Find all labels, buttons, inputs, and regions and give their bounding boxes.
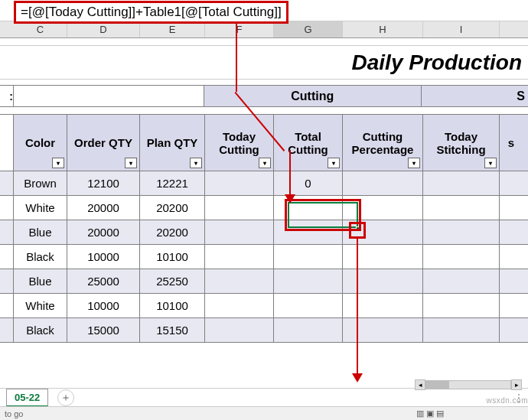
scroll-thumb[interactable] [426, 381, 449, 389]
cell-today-stitching[interactable] [423, 171, 500, 195]
cell-color[interactable]: Brown [14, 171, 67, 195]
cell-order-qty[interactable]: 20000 [67, 196, 140, 220]
cell-order-qty[interactable]: 10000 [67, 294, 140, 317]
header-plan-qty-label: Plan QTY [147, 136, 198, 149]
filter-button[interactable]: ▾ [52, 158, 64, 168]
cell-order-qty[interactable]: 25000 [67, 269, 140, 293]
cell-order-qty[interactable]: 12100 [67, 171, 140, 195]
row-gutter [0, 220, 14, 244]
header-plan-qty: Plan QTY ▾ [140, 115, 205, 171]
spacer-row [0, 107, 528, 115]
col-header-f[interactable]: F [205, 21, 274, 37]
cell-partial[interactable] [500, 220, 523, 244]
filter-button[interactable]: ▾ [484, 158, 497, 168]
cell-total-cutting[interactable] [274, 245, 343, 269]
col-header-g[interactable]: G [274, 21, 343, 37]
cell-color[interactable]: Black [14, 318, 67, 342]
header-cutting-percentage: Cutting Percentage ▾ [343, 115, 423, 171]
cell-plan-qty[interactable]: 20200 [140, 196, 205, 220]
scroll-track[interactable] [425, 380, 511, 389]
cell-today-stitching[interactable] [423, 220, 500, 244]
cell-color[interactable]: Black [14, 245, 67, 269]
col-header-i[interactable]: I [423, 21, 500, 37]
cell-today-cutting[interactable] [205, 220, 274, 244]
cell-today-cutting[interactable] [205, 294, 274, 317]
cell-total-cutting[interactable] [274, 196, 343, 220]
cell-plan-qty[interactable]: 10100 [140, 294, 205, 317]
header-order-qty-label: Order QTY [74, 136, 132, 149]
add-sheet-button[interactable]: ＋ [57, 389, 74, 406]
cell-total-cutting[interactable]: 0 [274, 171, 343, 195]
cell-partial[interactable] [500, 245, 523, 269]
sheet-tab-bar: 05-22 ＋ ⋮ ◂ ▸ [0, 388, 528, 406]
cell-cutting-percentage[interactable] [343, 220, 423, 244]
cell-today-cutting[interactable] [205, 196, 274, 220]
table-row: Blue2500025250 [0, 269, 528, 294]
cell-plan-qty[interactable]: 12221 [140, 171, 205, 195]
cell-order-qty[interactable]: 20000 [67, 220, 140, 244]
cell-total-cutting[interactable] [274, 294, 343, 317]
cell-today-stitching[interactable] [423, 269, 500, 293]
horizontal-scrollbar[interactable]: ◂ ▸ [415, 379, 522, 391]
cell-color[interactable]: Blue [14, 269, 67, 293]
filter-button[interactable]: ▾ [259, 158, 271, 168]
report-title: Daily Production [0, 46, 528, 80]
cell-cutting-percentage[interactable] [343, 245, 423, 269]
cell-color[interactable]: Blue [14, 220, 67, 244]
cell-partial[interactable] [500, 269, 523, 293]
cell-today-stitching[interactable] [423, 294, 500, 317]
filter-button[interactable]: ▾ [190, 158, 202, 168]
formula-bar[interactable]: =[@[Today Cutting]]+Table1[@[Total Cutti… [0, 0, 528, 21]
cell-total-cutting[interactable] [274, 318, 343, 342]
cell-plan-qty[interactable]: 10100 [140, 245, 205, 269]
cell-cutting-percentage[interactable] [343, 294, 423, 317]
cell-color[interactable]: White [14, 294, 67, 317]
cell-today-cutting[interactable] [205, 171, 274, 195]
cell-total-cutting[interactable] [274, 220, 343, 244]
cell-today-stitching[interactable] [423, 245, 500, 269]
header-total-cutting: Total Cutting ▾ [274, 115, 343, 171]
cell-partial[interactable] [500, 196, 523, 220]
cell-color[interactable]: White [14, 196, 67, 220]
cell-today-stitching[interactable] [423, 318, 500, 342]
cell-total-cutting[interactable] [274, 269, 343, 293]
col-header-d[interactable]: D [67, 21, 140, 37]
col-header-e[interactable]: E [140, 21, 205, 37]
cell-plan-qty[interactable]: 20200 [140, 220, 205, 244]
filter-button[interactable]: ▾ [408, 158, 420, 168]
cell-partial[interactable] [500, 294, 523, 317]
cell-today-cutting[interactable] [205, 318, 274, 342]
sheet-tab-active[interactable]: 05-22 [6, 389, 48, 407]
filter-button[interactable]: ▾ [328, 158, 340, 168]
col-header-c[interactable]: C [14, 21, 67, 37]
cell-order-qty[interactable]: 15000 [67, 318, 140, 342]
cell-cutting-percentage[interactable] [343, 318, 423, 342]
header-color-label: Color [25, 136, 55, 149]
col-header-h[interactable]: H [343, 21, 423, 37]
table-row: White2000020200 [0, 196, 528, 220]
watermark: wsxdn.com [486, 396, 528, 405]
group-stitching: S [422, 86, 528, 106]
cell-cutting-percentage[interactable] [343, 269, 423, 293]
header-order-qty: Order QTY ▾ [67, 115, 140, 171]
cell-partial[interactable] [500, 318, 523, 342]
header-today-stitching-label: Today Stitching [426, 130, 496, 156]
cell-cutting-percentage[interactable] [343, 196, 423, 220]
cell-cutting-percentage[interactable] [343, 171, 423, 195]
cell-order-qty[interactable]: 10000 [67, 245, 140, 269]
filter-button[interactable]: ▾ [125, 158, 137, 168]
view-mode-icons[interactable]: ▥ ▣ ▤ [416, 409, 444, 418]
cell-plan-qty[interactable]: 25250 [140, 269, 205, 293]
fill-handle[interactable] [356, 226, 360, 231]
formula-text[interactable]: =[@[Today Cutting]]+Table1[@[Total Cutti… [14, 1, 288, 24]
callout-arrow-head [352, 373, 363, 383]
group-blank [14, 86, 204, 106]
scroll-left-button[interactable]: ◂ [415, 379, 425, 390]
cell-plan-qty[interactable]: 15150 [140, 318, 205, 342]
cell-today-stitching[interactable] [423, 196, 500, 220]
header-color: Color ▾ [14, 115, 67, 171]
cell-today-cutting[interactable] [205, 269, 274, 293]
scroll-right-button[interactable]: ▸ [511, 379, 522, 390]
cell-partial[interactable] [500, 171, 523, 195]
cell-today-cutting[interactable] [205, 245, 274, 269]
